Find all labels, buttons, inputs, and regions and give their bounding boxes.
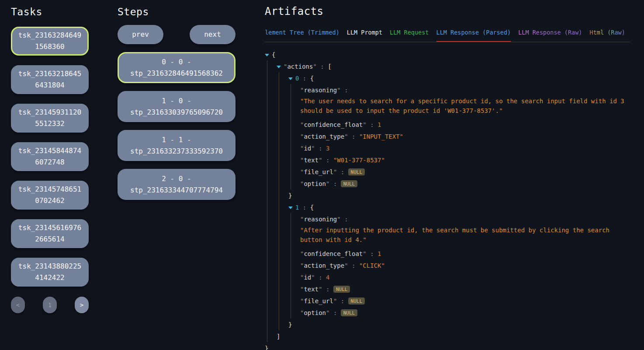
tab-llm-request[interactable]: LLM Request <box>390 29 429 42</box>
json-key: "action_type" <box>300 262 348 269</box>
step-item[interactable]: 1 - 1 - stp_231633237333592370 <box>118 130 235 161</box>
tasks-title: Tasks <box>11 6 89 18</box>
json-key: "option" <box>300 180 329 187</box>
json-key: "reasoning" <box>300 87 341 94</box>
json-key: "option" <box>300 309 329 316</box>
json-close-row: } <box>265 342 630 350</box>
steps-panel: Steps prev next 0 - 0 - stp_231632846491… <box>118 0 235 350</box>
prev-page-button[interactable]: < <box>11 297 25 313</box>
json-bracket: } <box>288 321 292 328</box>
json-row: "file_url" : NULL <box>300 295 630 307</box>
task-item[interactable]: tsk_231459311205512332 <box>11 104 89 133</box>
tab-llm-prompt[interactable]: LLM Prompt <box>347 29 382 42</box>
json-property: "reasoning" :"After inputting the produc… <box>300 213 630 245</box>
json-bracket: } <box>265 345 268 350</box>
json-number-value: 3 <box>326 145 329 152</box>
json-row: "reasoning" : <box>300 84 630 96</box>
json-bracket: { <box>310 204 314 211</box>
json-bracket: { <box>272 51 275 58</box>
json-bracket: ] <box>277 333 280 340</box>
artifacts-title: Artifacts <box>265 5 630 18</box>
json-row: "text" : "W01-377-8537" <box>300 154 630 166</box>
json-property: "reasoning" :"The user needs to search f… <box>300 84 630 116</box>
collapse-arrow-icon[interactable] <box>277 66 281 68</box>
json-row: "actions" : [ <box>277 60 630 72</box>
json-row: "confidence_float" : 1 <box>300 248 630 259</box>
artifacts-panel: Artifacts Element Tree (Trimmed)LLM Prom… <box>265 0 644 350</box>
json-index: 0 <box>295 75 299 82</box>
json-children: "reasoning" :"After inputting the produc… <box>291 213 630 318</box>
tab-llm-response-raw[interactable]: LLM Response (Raw) <box>518 29 582 42</box>
tasks-panel: Tasks tsk_231632846491568360tsk_23163218… <box>11 0 89 350</box>
collapse-arrow-icon[interactable] <box>288 206 293 209</box>
json-index: 1 <box>295 204 299 211</box>
json-row: "reasoning" : <box>300 213 630 225</box>
json-string-value: "CLICK" <box>359 262 385 269</box>
tasks-pagination: < 1 > <box>11 297 89 313</box>
json-row: "file_url" : NULL <box>300 166 630 178</box>
json-key: "file_url" <box>300 298 337 304</box>
json-node: {"actions" : [0 : {"reasoning" :"The use… <box>265 49 630 350</box>
step-item[interactable]: 1 - 0 - stp_231633039765096720 <box>118 91 235 122</box>
json-close-row: } <box>288 318 630 330</box>
task-item[interactable]: tsk_231458448746072748 <box>11 142 89 171</box>
json-number-value: 1 <box>377 121 381 128</box>
json-row: 0 : { <box>288 72 630 84</box>
json-bracket: [ <box>328 63 331 70</box>
steps-title: Steps <box>118 6 235 18</box>
json-key: "actions" <box>284 63 317 70</box>
json-row: "id" : 4 <box>300 271 630 283</box>
json-row: "action_type" : "CLICK" <box>300 259 630 271</box>
steps-nav: prev next <box>118 25 235 44</box>
json-node: 0 : {"reasoning" :"The user needs to sea… <box>288 72 630 201</box>
json-null-badge: NULL <box>348 168 365 175</box>
next-step-button[interactable]: next <box>190 25 235 44</box>
tab-llm-response-parsed[interactable]: LLM Response (Parsed) <box>436 29 511 42</box>
json-string-value: "W01-377-8537" <box>333 157 385 164</box>
tab-html-raw[interactable]: Html (Raw) <box>590 29 625 42</box>
json-key: "confidence_float" <box>300 121 367 128</box>
json-row: 1 : { <box>288 201 630 213</box>
json-row: "text" : NULL <box>300 283 630 295</box>
json-children: "actions" : [0 : {"reasoning" :"The user… <box>267 60 630 342</box>
json-tree-viewer: {"actions" : [0 : {"reasoning" :"The use… <box>265 49 630 350</box>
step-list: 0 - 0 - stp_2316328464915683621 - 0 - st… <box>118 52 235 200</box>
json-row: "option" : NULL <box>300 307 630 318</box>
current-page-button[interactable]: 1 <box>43 297 57 313</box>
task-item[interactable]: tsk_231632846491568360 <box>11 27 89 56</box>
task-list: tsk_231632846491568360tsk_23163218645643… <box>11 27 89 287</box>
task-item[interactable]: tsk_231457486510702462 <box>11 181 89 210</box>
task-item[interactable]: tsk_231632186456431804 <box>11 65 89 94</box>
task-item[interactable]: tsk_231438802254142422 <box>11 258 89 287</box>
tab-element-tree-trimmed[interactable]: Element Tree (Trimmed) <box>265 29 339 42</box>
json-string-value: "INPUT_TEXT" <box>359 133 403 140</box>
json-close-row: ] <box>277 330 630 342</box>
json-row: { <box>265 49 630 60</box>
json-children: 0 : {"reasoning" :"The user needs to sea… <box>279 72 630 330</box>
json-key: "action_type" <box>300 133 348 140</box>
collapse-arrow-icon[interactable] <box>288 77 293 80</box>
json-number-value: 4 <box>326 274 329 281</box>
json-null-badge: NULL <box>348 298 365 304</box>
json-bracket: { <box>310 75 314 82</box>
json-key: "text" <box>300 286 322 293</box>
step-item[interactable]: 0 - 0 - stp_231632846491568362 <box>118 52 235 83</box>
json-key: "reasoning" <box>300 216 341 223</box>
prev-step-button[interactable]: prev <box>118 25 163 44</box>
task-item[interactable]: tsk_231456169762665614 <box>11 219 89 248</box>
json-node: 1 : {"reasoning" :"After inputting the p… <box>288 201 630 330</box>
collapse-arrow-icon[interactable] <box>265 54 269 56</box>
json-string-value: "After inputting the product id, the sea… <box>300 225 630 245</box>
step-item[interactable]: 2 - 0 - stp_231633344707774794 <box>118 169 235 200</box>
json-bracket: } <box>288 192 292 199</box>
json-row: "option" : NULL <box>300 178 630 189</box>
json-key: "file_url" <box>300 168 337 175</box>
json-null-badge: NULL <box>341 180 358 187</box>
json-close-row: } <box>288 189 630 201</box>
json-key: "id" <box>300 274 315 281</box>
next-page-button[interactable]: > <box>75 297 89 313</box>
json-null-badge: NULL <box>333 286 350 293</box>
json-key: "id" <box>300 145 315 152</box>
json-node: "actions" : [0 : {"reasoning" :"The user… <box>277 60 630 342</box>
json-key: "text" <box>300 157 322 164</box>
